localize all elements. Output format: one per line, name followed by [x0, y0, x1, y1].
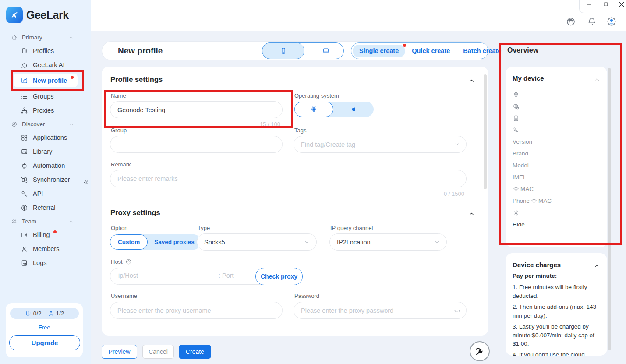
ip-query-select[interactable]: IP2Location	[329, 233, 447, 251]
plan-label: Free	[6, 324, 83, 331]
tags-select[interactable]: Find tag/Create tag	[294, 136, 467, 153]
nav-section-primary[interactable]: Primary	[0, 31, 91, 44]
synchronizer-icon	[21, 176, 28, 184]
device-type-toggle[interactable]	[262, 42, 344, 59]
page-header: New profile Single create Quick create B…	[102, 41, 488, 60]
member-usage: 1/2	[48, 310, 64, 317]
library-icon	[21, 148, 28, 155]
password-label: Password	[294, 293, 319, 299]
app-window: GeeLark Primary Profiles GeeLark AI New …	[0, 0, 626, 364]
notification-dot	[403, 44, 406, 47]
os-ios-segment[interactable]	[333, 105, 374, 113]
chevron-up-icon[interactable]	[594, 263, 600, 269]
preview-button[interactable]: Preview	[102, 345, 137, 359]
device-sim-row	[513, 112, 600, 124]
sidebar-item-library[interactable]: Library	[0, 145, 91, 159]
sidebar-item-members[interactable]: Members	[0, 242, 91, 256]
sidebar-collapse-icon[interactable]	[82, 179, 90, 186]
tab-single-create[interactable]: Single create	[353, 45, 405, 57]
check-proxy-button[interactable]: Check proxy	[255, 268, 303, 285]
minimize-icon[interactable]	[585, 1, 593, 9]
remark-counter: 0 / 1500	[404, 191, 464, 197]
ip-query-label: IP query channel	[330, 225, 373, 231]
group-input[interactable]	[110, 136, 283, 153]
device-hide-row[interactable]: Hide	[513, 219, 600, 230]
cancel-button[interactable]: Cancel	[142, 345, 174, 359]
os-label: Operating system	[294, 92, 339, 99]
proxy-option-toggle: Custom Saved proxies	[110, 234, 201, 250]
sidebar-item-geelark-ai[interactable]: GeeLark AI	[0, 58, 91, 72]
password-input[interactable]	[294, 302, 467, 319]
bell-icon[interactable]	[587, 17, 597, 26]
username-label: Username	[111, 293, 137, 299]
sidebar-item-synchronizer[interactable]: Synchronizer	[0, 173, 91, 187]
laptop-icon[interactable]	[322, 47, 330, 55]
option-custom-segment[interactable]: Custom	[110, 234, 148, 250]
os-toggle	[294, 102, 374, 117]
form-scrollbar[interactable]	[484, 74, 487, 189]
referral-icon	[21, 204, 28, 212]
close-icon[interactable]	[618, 0, 626, 8]
name-label: Name	[111, 92, 126, 99]
wifi-icon	[531, 198, 538, 205]
sidebar-item-new-profile[interactable]: New profile	[14, 74, 78, 87]
eye-off-icon[interactable]	[453, 307, 461, 314]
device-mac-row: MAC	[513, 183, 600, 195]
tab-quick-create[interactable]: Quick create	[405, 47, 456, 54]
remark-label: Remark	[111, 161, 131, 168]
chevron-down-icon	[434, 239, 440, 245]
charges-line-4: 4. If you don't use the cloud	[513, 350, 601, 356]
host-field: Check proxy	[110, 268, 283, 285]
overview-scrollbar[interactable]	[608, 68, 611, 350]
avatar[interactable]	[606, 16, 617, 27]
os-android-segment[interactable]	[294, 102, 333, 117]
topbar	[91, 0, 626, 31]
chevron-up-icon	[68, 219, 74, 224]
device-charges-heading: Device charges	[513, 261, 561, 269]
chevron-up-icon[interactable]	[468, 77, 475, 85]
profiles-icon	[21, 47, 28, 55]
device-type-mobile[interactable]	[262, 42, 304, 59]
phone-usage: 0/2	[25, 310, 42, 317]
sidebar-item-billing[interactable]: Billing	[0, 228, 91, 242]
sidebar-item-logs[interactable]: Logs	[0, 256, 91, 270]
profile-settings-heading: Profile settings	[110, 75, 163, 84]
upgrade-button[interactable]: Upgrade	[9, 335, 80, 350]
device-attribute-list: Version Brand Model IMEI MAC Phone MAC H…	[513, 88, 600, 230]
charges-line-1: 1. Free minutes will be firstly deducted…	[513, 283, 601, 300]
tab-batch-create[interactable]: Batch create	[456, 47, 508, 54]
sidebar-item-automation[interactable]: Automation	[0, 159, 91, 173]
members-icon	[21, 245, 28, 253]
help-icon[interactable]	[125, 258, 132, 265]
sidebar-item-api[interactable]: API	[0, 187, 91, 201]
sidebar-item-applications[interactable]: Applications	[0, 131, 91, 145]
maximize-icon[interactable]	[602, 0, 610, 8]
port-input[interactable]	[218, 272, 257, 279]
sidebar-item-profiles[interactable]: Profiles	[0, 44, 91, 58]
groups-icon	[21, 93, 28, 100]
tags-label: Tags	[294, 127, 306, 134]
host-input[interactable]	[117, 272, 211, 279]
logs-icon	[21, 259, 28, 267]
page-title: New profile	[118, 42, 163, 60]
device-version-row: Version	[513, 136, 600, 148]
name-input[interactable]	[110, 101, 283, 118]
device-location-row	[513, 88, 600, 100]
remark-input[interactable]	[110, 170, 467, 187]
ai-assistant-button[interactable]	[470, 341, 490, 361]
sim-icon	[513, 115, 520, 122]
sidebar-item-referral[interactable]: Referral	[0, 201, 91, 215]
sidebar-item-groups[interactable]: Groups	[0, 89, 91, 103]
bluetooth-icon	[513, 209, 520, 216]
option-saved-segment[interactable]: Saved proxies	[148, 239, 201, 245]
support-icon[interactable]	[566, 16, 576, 27]
chevron-up-icon[interactable]	[594, 76, 600, 83]
username-input[interactable]	[110, 302, 283, 319]
my-device-heading: My device	[513, 74, 544, 82]
proxy-type-select[interactable]: Socks5	[197, 233, 317, 251]
nav-section-discover[interactable]: Discover	[0, 117, 91, 131]
sidebar-item-proxies[interactable]: Proxies	[0, 103, 91, 117]
nav-section-team[interactable]: Team	[0, 215, 91, 228]
chevron-up-icon[interactable]	[468, 210, 475, 218]
create-button[interactable]: Create	[179, 345, 211, 359]
